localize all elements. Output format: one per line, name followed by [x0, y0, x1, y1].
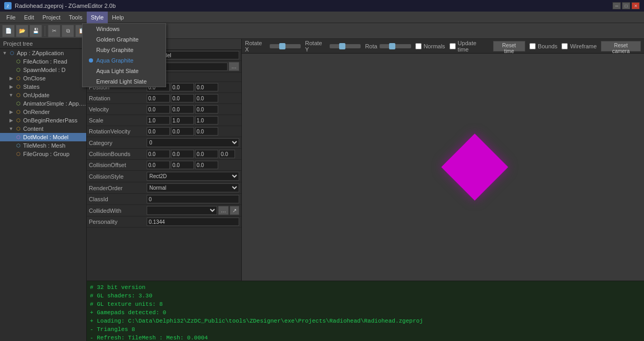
new-button[interactable]: 📄	[2, 25, 15, 37]
collstyle-select[interactable]: Rect2D	[147, 172, 239, 181]
style-aqua-graphite[interactable]: Aqua Graphite	[83, 55, 166, 66]
prop-collstyle-label: CollisionStyle	[89, 173, 147, 180]
tree-item-animatorsimple[interactable]: ⬡ AnimatorSimple : App.CameraPosition.X	[0, 99, 86, 108]
rota-slider[interactable]	[380, 44, 411, 48]
rotation-y[interactable]	[171, 94, 194, 102]
style-golden-graphite[interactable]: Golden Graphite	[83, 34, 166, 45]
colloffset-x[interactable]	[147, 161, 170, 169]
expand-icon: ▶	[8, 76, 14, 81]
script-icon: ⬡	[15, 66, 22, 74]
velocity-y[interactable]	[171, 105, 194, 113]
right-area: Properties Name Comment …	[87, 39, 644, 341]
project-menu[interactable]: Project	[38, 12, 65, 23]
close-button[interactable]: ✕	[631, 2, 640, 9]
tree-item-filegroup[interactable]: ⬡ FileGroup : Group	[0, 150, 86, 158]
tree-item-onbeginrenderpass[interactable]: ▶ ⬡ OnBeginRenderPass	[0, 116, 86, 125]
colloffset-z[interactable]	[195, 161, 218, 169]
viewport: Rotate X Rotate Y Rota	[242, 39, 644, 281]
personality-input[interactable]	[147, 218, 239, 226]
collbounds-2[interactable]	[171, 150, 194, 158]
tree-item-onclose[interactable]: ▶ ⬡ OnClose	[0, 74, 86, 82]
maximize-button[interactable]: □	[622, 2, 630, 9]
style-windows[interactable]: Windows	[83, 24, 166, 34]
titlebar: Z Radiohead.zgeproj - ZGameEditor 2.0b ─…	[0, 0, 644, 12]
tree-item-content[interactable]: ▼ ⬡ Content	[0, 125, 86, 133]
prop-collbounds-row: CollisionBounds	[87, 149, 241, 160]
comment-btn[interactable]: …	[229, 62, 239, 71]
folder-icon: ⬡	[15, 75, 22, 82]
style-emerald[interactable]: Emerald Light Slate	[83, 76, 166, 87]
scale-y[interactable]	[171, 116, 194, 125]
minimize-button[interactable]: ─	[612, 2, 621, 9]
collbounds-4[interactable]	[219, 150, 235, 158]
tree-item-spawnmodel[interactable]: ⬡ SpawnModel : D	[0, 66, 86, 74]
folder-icon: ⬡	[15, 117, 22, 124]
classid-input[interactable]	[147, 195, 239, 203]
expand-icon: ▼	[2, 50, 7, 56]
bounds-checkbox[interactable]	[529, 43, 536, 49]
prop-rotation-row: Rotation	[87, 93, 241, 104]
rotate-y-slider[interactable]	[330, 44, 361, 48]
category-select[interactable]: 0	[147, 138, 239, 147]
tree-item-app[interactable]: ▼ ⬡ App : ZApplication	[0, 49, 86, 57]
wireframe-checkbox[interactable]	[561, 43, 568, 49]
prop-renderorder-row: RenderOrder Normal	[87, 182, 241, 194]
prop-rotation-value	[147, 94, 239, 102]
rotate-y-thumb	[339, 43, 345, 49]
folder-icon: ⬡	[15, 108, 22, 116]
rotation-z[interactable]	[195, 94, 218, 102]
tree-item-tilemesh[interactable]: ⬡ TileMesh : Mesh	[0, 141, 86, 150]
collbounds-1[interactable]	[147, 150, 170, 158]
rotvel-z[interactable]	[195, 127, 218, 136]
prop-velocity-value	[147, 105, 239, 113]
style-dropdown: Windows Golden Graphite Ruby Graphite Aq…	[82, 23, 166, 87]
style-aqua-light[interactable]: Aqua Light Slate	[83, 66, 166, 76]
velocity-x[interactable]	[147, 105, 170, 113]
prop-scale-value	[147, 116, 239, 125]
tree-item-fileaction[interactable]: ⬡ FileAction : Read	[0, 57, 86, 66]
normals-checkbox[interactable]	[415, 43, 422, 49]
rotvel-y[interactable]	[171, 127, 194, 136]
colloffset-y[interactable]	[171, 161, 194, 169]
collidedwith-btn2[interactable]: ↗	[230, 206, 239, 215]
prop-classid-row: ClassId	[87, 194, 241, 205]
position-y[interactable]	[171, 83, 194, 91]
console-line-5: + Loading: C:\Data\Delphi32\ZzDC_Public\…	[90, 317, 641, 325]
reset-camera-button[interactable]: Reset camera	[601, 41, 641, 51]
scale-z[interactable]	[195, 116, 218, 125]
collidedwith-select[interactable]	[147, 206, 217, 215]
project-tree-header: Project tree	[0, 39, 86, 49]
scale-x[interactable]	[147, 116, 170, 125]
rotvel-x[interactable]	[147, 127, 170, 136]
file-menu[interactable]: File	[2, 12, 20, 23]
position-z[interactable]	[195, 83, 218, 91]
tree-item-dotmodel[interactable]: ⬡ DotModel : Model	[0, 133, 86, 141]
edit-menu[interactable]: Edit	[20, 12, 38, 23]
tree-label: Content	[23, 126, 44, 132]
tree-item-onrender[interactable]: ▶ ⬡ OnRender	[0, 108, 86, 116]
renderorder-select[interactable]: Normal	[147, 183, 239, 192]
rotation-x[interactable]	[147, 94, 170, 102]
tools-menu[interactable]: Tools	[65, 12, 87, 23]
separator-1	[45, 26, 45, 36]
style-ruby-graphite[interactable]: Ruby Graphite	[83, 45, 166, 55]
rotate-x-slider[interactable]	[270, 44, 301, 48]
console-panel: # 32 bit version # GL shaders: 3.30 # GL…	[87, 281, 644, 341]
style-windows-label: Windows	[96, 26, 120, 32]
save-button[interactable]: 💾	[29, 25, 42, 37]
tree-label: OnUpdate	[23, 92, 49, 98]
reset-time-button[interactable]: Reset time	[493, 41, 526, 51]
tree-item-onupdate[interactable]: ▼ ⬡ OnUpdate	[0, 91, 86, 99]
cut-button[interactable]: ✂	[48, 25, 60, 37]
open-button[interactable]: 📂	[16, 25, 28, 37]
collbounds-3[interactable]	[195, 150, 218, 158]
tree-item-states[interactable]: ▶ ⬡ States	[0, 82, 86, 91]
updatetime-checkbox[interactable]	[449, 43, 456, 49]
help-menu[interactable]: Help	[108, 12, 128, 23]
style-menu[interactable]: Style	[87, 12, 108, 23]
collidedwith-btn1[interactable]: …	[218, 206, 229, 215]
velocity-z[interactable]	[195, 105, 218, 113]
prop-colloffset-row: CollisionOffset	[87, 160, 241, 171]
prop-rotvel-label: RotationVelocity	[89, 128, 147, 135]
copy-button[interactable]: ⧉	[62, 25, 74, 37]
